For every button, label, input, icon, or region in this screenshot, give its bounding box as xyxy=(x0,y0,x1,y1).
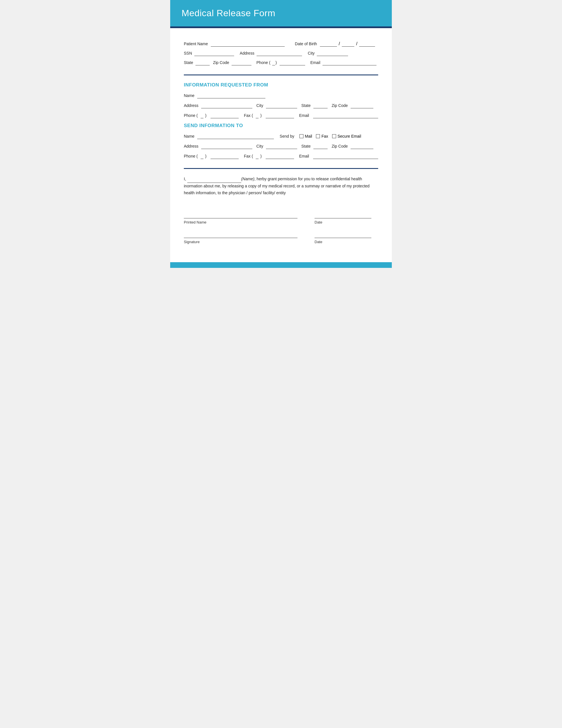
secure-email-checkbox-item: Secure Email xyxy=(332,134,361,138)
form-title: Medical Release Form xyxy=(182,8,380,18)
info-req-phone-input[interactable] xyxy=(211,113,239,118)
send-to-address-label: Address xyxy=(184,144,198,148)
printed-name-line[interactable] xyxy=(184,213,297,218)
date1-line[interactable] xyxy=(314,213,371,218)
info-req-zip-input[interactable] xyxy=(350,103,373,108)
printed-name-field: Printed Name xyxy=(184,213,297,224)
address-input[interactable] xyxy=(257,51,302,56)
signature-row: Signature Date xyxy=(184,233,378,244)
send-to-email-input[interactable] xyxy=(313,154,378,159)
dob-slash-1: / xyxy=(339,41,340,46)
ssn-input[interactable] xyxy=(194,51,234,56)
city-label: City xyxy=(308,51,314,55)
patient-name-input[interactable] xyxy=(211,41,285,47)
info-req-name-row: Name xyxy=(184,93,378,98)
info-req-address-label: Address xyxy=(184,103,198,108)
send-to-city-input[interactable] xyxy=(266,144,297,149)
info-req-fax-close: ) xyxy=(260,113,262,118)
patient-row-2: SSN Address City xyxy=(184,51,378,56)
patient-row-3: State Zip Code Phone ( ) Email xyxy=(184,60,378,65)
info-req-name-input[interactable] xyxy=(197,93,266,98)
printed-name-row: Printed Name Date xyxy=(184,213,378,224)
send-to-fax2-close: ) xyxy=(260,154,262,158)
address-label: Address xyxy=(240,51,254,55)
phone-close-paren: ) xyxy=(276,60,277,65)
secure-email-label: Secure Email xyxy=(337,134,361,138)
zip-input[interactable] xyxy=(232,60,252,65)
consent-section: I, (Name), herby grant permission for yo… xyxy=(184,169,378,199)
info-req-address-input[interactable] xyxy=(201,103,252,108)
info-req-city-label: City xyxy=(256,103,263,108)
email-group: Email xyxy=(310,60,376,65)
patient-info-section: Patient Name Date of Birth / / SSN xyxy=(184,36,378,72)
signature-field: Signature xyxy=(184,233,297,244)
dob-year-input[interactable] xyxy=(359,41,375,47)
info-req-fax-input[interactable] xyxy=(266,113,294,118)
email-input[interactable] xyxy=(322,60,376,65)
consent-name-italic: (Name) xyxy=(241,177,255,181)
send-to-zip-input[interactable] xyxy=(350,144,373,149)
date1-label: Date xyxy=(314,220,371,224)
mail-label: Mail xyxy=(305,134,312,138)
patient-row-1: Patient Name Date of Birth / / xyxy=(184,41,378,47)
fax-checkbox[interactable] xyxy=(316,134,320,138)
send-to-fax2-input[interactable] xyxy=(266,154,294,159)
send-to-phone-label: Phone ( xyxy=(184,154,198,158)
send-to-state-input[interactable] xyxy=(313,144,327,149)
ssn-label: SSN xyxy=(184,51,192,55)
send-to-state-label: State xyxy=(301,144,310,148)
send-to-name-row: Name Send by Mail Fax Secure Email xyxy=(184,134,378,139)
info-req-phone-close: ) xyxy=(205,113,207,118)
dob-month-input[interactable] xyxy=(320,41,337,47)
info-req-phone-label: Phone ( xyxy=(184,113,198,118)
info-req-state-input[interactable] xyxy=(313,103,327,108)
date2-label: Date xyxy=(314,240,371,244)
info-req-name-label: Name xyxy=(184,93,194,98)
date1-field: Date xyxy=(314,213,371,224)
consent-name-blank[interactable] xyxy=(187,176,241,183)
secure-email-checkbox[interactable] xyxy=(332,134,336,138)
dob-day-input[interactable] xyxy=(342,41,354,47)
send-to-address-input[interactable] xyxy=(201,144,252,149)
state-group: State xyxy=(184,60,210,65)
signature-line[interactable] xyxy=(184,233,297,238)
city-input[interactable] xyxy=(317,51,348,56)
date2-line[interactable] xyxy=(314,233,371,238)
info-req-email-label: Email xyxy=(299,113,309,118)
address-group: Address xyxy=(240,51,302,56)
info-req-state-label: State xyxy=(301,103,310,108)
fax-checkbox-item: Fax xyxy=(316,134,328,138)
mail-checkbox-item: Mail xyxy=(299,134,312,138)
footer-bar xyxy=(170,262,392,268)
email-label: Email xyxy=(310,60,320,65)
info-requested-section: INFORMATION REQUESTED FROM Name Address … xyxy=(184,75,378,166)
phone-input[interactable] xyxy=(280,60,305,65)
info-req-phone-row: Phone ( ) Fax ( ) Email xyxy=(184,113,378,118)
consent-text-before: I, xyxy=(184,177,187,181)
info-req-fax-label: Fax ( xyxy=(244,113,253,118)
phone-label: Phone ( xyxy=(257,60,271,65)
send-by-label: Send by xyxy=(280,134,294,138)
header-section: Medical Release Form xyxy=(170,0,392,26)
phone-group: Phone ( ) xyxy=(257,60,305,65)
ssn-group: SSN xyxy=(184,51,234,56)
dob-label: Date of Birth xyxy=(295,42,317,46)
send-by-group: Send by Mail Fax Secure Email xyxy=(280,134,361,138)
send-to-name-input[interactable] xyxy=(197,134,274,139)
page: Medical Release Form Patient Name Date o… xyxy=(170,0,392,268)
zip-label: Zip Code xyxy=(213,60,229,65)
info-req-city-input[interactable] xyxy=(266,103,297,108)
state-label: State xyxy=(184,60,193,65)
info-req-email-input[interactable] xyxy=(313,113,378,118)
date2-field: Date xyxy=(314,233,371,244)
zip-group: Zip Code xyxy=(213,60,252,65)
mail-checkbox[interactable] xyxy=(299,134,303,138)
send-to-phone-input[interactable] xyxy=(211,154,239,159)
send-to-phone-close: ) xyxy=(205,154,207,158)
state-input[interactable] xyxy=(196,60,210,65)
send-to-name-label: Name xyxy=(184,134,194,138)
city-group: City xyxy=(308,51,348,56)
signatures-section: Printed Name Date Signature Date xyxy=(184,199,378,254)
send-to-city-label: City xyxy=(256,144,263,148)
send-to-zip-label: Zip Code xyxy=(331,144,348,148)
